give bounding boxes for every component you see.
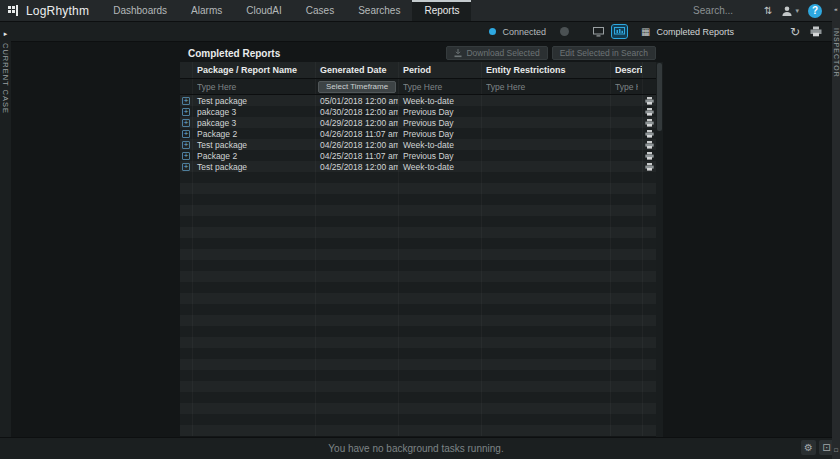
expand-panel-icon: ▸ bbox=[4, 30, 8, 37]
scrollbar-thumb[interactable] bbox=[657, 63, 662, 131]
navbar-right: ⇅ ▾ ? bbox=[691, 0, 832, 21]
filter-description-input[interactable] bbox=[615, 82, 638, 92]
reports-toolbar: Connected ▦ Completed Reports ↻ bbox=[0, 22, 832, 42]
download-icon bbox=[454, 49, 462, 58]
print-report-icon[interactable] bbox=[645, 130, 654, 138]
expand-row-icon[interactable]: + bbox=[182, 141, 190, 149]
expand-row-icon[interactable]: + bbox=[182, 119, 190, 127]
refresh-button[interactable]: ↻ bbox=[790, 26, 800, 38]
connected-label: Connected bbox=[502, 27, 546, 37]
table-row-empty[interactable] bbox=[180, 348, 656, 359]
search-input[interactable] bbox=[691, 4, 755, 17]
table-row-empty[interactable] bbox=[180, 370, 656, 381]
status-circle-icon[interactable] bbox=[560, 27, 569, 36]
table-row-empty[interactable] bbox=[180, 216, 656, 227]
table-row[interactable]: + Test package 04/25/2018 12:00 am Week-… bbox=[180, 161, 656, 172]
column-header-entity[interactable]: Entity Restrictions bbox=[482, 62, 611, 78]
nav-item-cloudai[interactable]: CloudAI bbox=[234, 0, 294, 21]
table-row[interactable]: + Package 2 04/26/2018 11:07 am Previous… bbox=[180, 128, 656, 139]
nav-item-dashboards[interactable]: Dashboards bbox=[101, 0, 179, 21]
table-row-empty[interactable] bbox=[180, 425, 656, 436]
expand-row-icon[interactable]: + bbox=[182, 130, 190, 138]
table-row-empty[interactable] bbox=[180, 403, 656, 414]
print-report-icon[interactable] bbox=[645, 141, 654, 149]
print-report-icon[interactable] bbox=[645, 152, 654, 160]
rail-bottom-icon[interactable]: □ bbox=[834, 447, 838, 453]
table-scrollbar[interactable] bbox=[656, 62, 663, 437]
expand-row-icon[interactable]: + bbox=[182, 108, 190, 116]
connection-status: Connected bbox=[489, 27, 546, 37]
table-row[interactable]: + pakcage 3 04/29/2018 12:00 am Previous… bbox=[180, 117, 656, 128]
print-report-icon[interactable] bbox=[645, 97, 654, 105]
inspector-panel-toggle[interactable]: « INSPECTOR □ bbox=[832, 0, 840, 459]
current-case-panel-toggle[interactable]: ▸ CURRENT CASE bbox=[0, 22, 11, 437]
print-report-icon[interactable] bbox=[645, 108, 654, 116]
main-nav: Dashboards Alarms CloudAI Cases Searches… bbox=[101, 0, 471, 21]
select-timeframe-button[interactable]: Select Timeframe bbox=[318, 81, 396, 93]
print-button[interactable] bbox=[810, 26, 822, 37]
nav-item-cases[interactable]: Cases bbox=[294, 0, 346, 21]
table-row-empty[interactable] bbox=[180, 282, 656, 293]
nav-item-alarms[interactable]: Alarms bbox=[179, 0, 234, 21]
table-row-empty[interactable] bbox=[180, 326, 656, 337]
filter-name-input[interactable] bbox=[197, 82, 311, 92]
table-row-empty[interactable] bbox=[180, 293, 656, 304]
table-row-empty[interactable] bbox=[180, 304, 656, 315]
table-row[interactable]: + pakcage 3 04/30/2018 12:00 am Previous… bbox=[180, 106, 656, 117]
table-row-empty[interactable] bbox=[180, 249, 656, 260]
logo: LogRhythm bbox=[0, 0, 101, 21]
table-row-empty[interactable] bbox=[180, 194, 656, 205]
table-row-empty[interactable] bbox=[180, 315, 656, 326]
view-toggle-reports[interactable] bbox=[612, 25, 627, 38]
print-report-icon[interactable] bbox=[645, 163, 654, 171]
table-row-empty[interactable] bbox=[180, 183, 656, 194]
edit-selected-in-search-button[interactable]: Edit Selected in Search bbox=[552, 46, 656, 60]
collapse-right-icon: « bbox=[834, 6, 837, 12]
table-row-empty[interactable] bbox=[180, 337, 656, 348]
column-header-date[interactable]: Generated Date bbox=[316, 62, 399, 78]
nav-item-reports[interactable]: Reports bbox=[412, 0, 471, 21]
logo-text: LogRhythm bbox=[26, 4, 89, 18]
table-row-empty[interactable] bbox=[180, 172, 656, 183]
table-row-empty[interactable] bbox=[180, 271, 656, 282]
table-row-empty[interactable] bbox=[180, 227, 656, 238]
monitor-icon bbox=[593, 27, 604, 37]
table-row-empty[interactable] bbox=[180, 414, 656, 425]
grid-icon: ▦ bbox=[641, 27, 650, 37]
top-navbar: LogRhythm Dashboards Alarms CloudAI Case… bbox=[0, 0, 832, 22]
view-toggle-list[interactable] bbox=[591, 25, 606, 38]
expand-row-icon[interactable]: + bbox=[182, 163, 190, 171]
connected-dot-icon bbox=[489, 28, 496, 35]
chevron-down-icon: ▾ bbox=[795, 7, 799, 14]
page-title: Completed Reports bbox=[180, 48, 280, 59]
print-report-icon[interactable] bbox=[645, 119, 654, 127]
nav-item-searches[interactable]: Searches bbox=[346, 0, 412, 21]
table-row[interactable]: + Test package 05/01/2018 12:00 am Week-… bbox=[180, 95, 656, 106]
table-row-empty[interactable] bbox=[180, 392, 656, 403]
query-toggle-icon[interactable]: ⇅ bbox=[764, 6, 772, 16]
view-selector[interactable]: ▦ Completed Reports bbox=[641, 27, 734, 37]
column-header-description[interactable]: Description bbox=[611, 62, 643, 78]
table-body: + Test package 05/01/2018 12:00 am Week-… bbox=[180, 95, 656, 437]
table-row-empty[interactable] bbox=[180, 260, 656, 271]
table-row-empty[interactable] bbox=[180, 359, 656, 370]
table-row-empty[interactable] bbox=[180, 381, 656, 392]
column-header-period[interactable]: Period bbox=[399, 62, 482, 78]
table-row[interactable]: + Package 2 04/25/2018 11:07 am Previous… bbox=[180, 150, 656, 161]
table-row[interactable]: + Test package 04/26/2018 12:00 am Week-… bbox=[180, 139, 656, 150]
logrhythm-mark-icon bbox=[8, 4, 21, 17]
table-row-empty[interactable] bbox=[180, 238, 656, 249]
current-case-label: CURRENT CASE bbox=[1, 43, 10, 114]
expand-row-icon[interactable]: + bbox=[182, 152, 190, 160]
inspector-label: INSPECTOR bbox=[833, 28, 840, 78]
table-row-empty[interactable] bbox=[180, 205, 656, 216]
user-menu[interactable]: ▾ bbox=[781, 5, 799, 17]
expand-row-icon[interactable]: + bbox=[182, 97, 190, 105]
filter-period-input[interactable] bbox=[403, 82, 477, 92]
settings-gear-button[interactable]: ⚙ bbox=[801, 440, 816, 455]
download-selected-button[interactable]: Download Selected bbox=[446, 46, 547, 60]
completed-reports-table: Package / Report Name Generated Date Per… bbox=[180, 62, 656, 437]
filter-entity-input[interactable] bbox=[486, 82, 606, 92]
column-header-name[interactable]: Package / Report Name bbox=[193, 62, 316, 78]
help-button[interactable]: ? bbox=[808, 4, 822, 18]
